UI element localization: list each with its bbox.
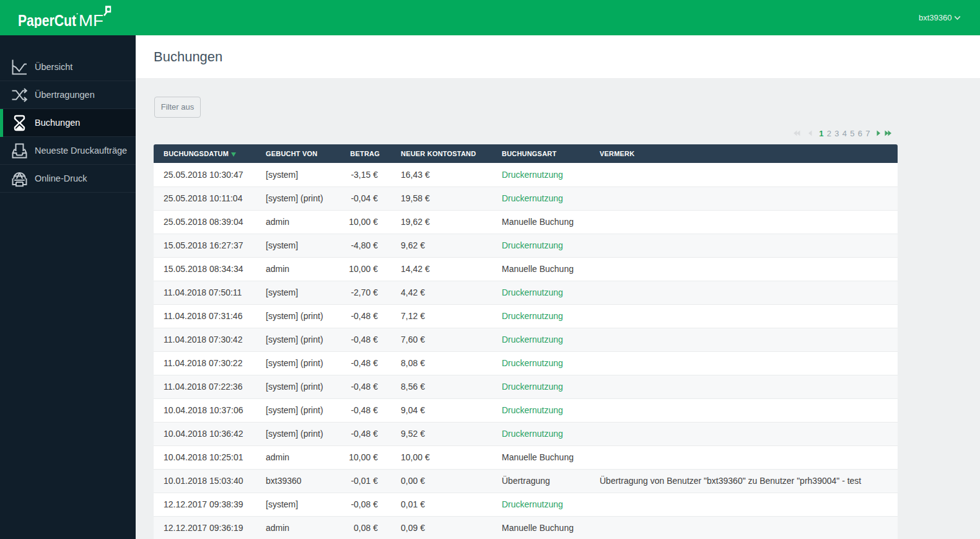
svg-text:PaperCut: PaperCut	[18, 11, 76, 28]
svg-text:MF: MF	[79, 11, 103, 28]
